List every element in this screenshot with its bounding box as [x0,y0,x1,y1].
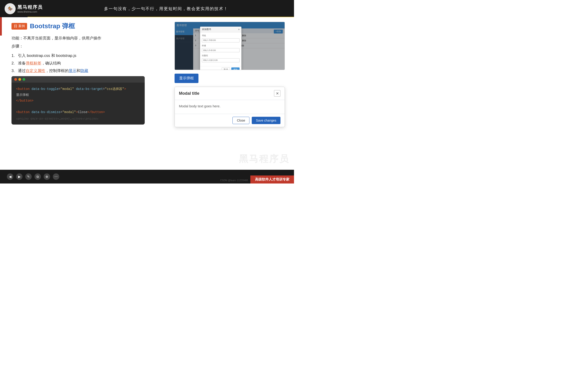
section-title: Bootstrap 弹框 [30,22,75,31]
brand-url: www.itheima.com [17,10,43,13]
code-attr-1: data-bs-toggle [32,87,59,91]
bm-modal-footer: 取消 增加 [200,66,242,70]
nav-zoom-button[interactable]: ⊕ [44,173,50,180]
dot-red [14,78,17,81]
header-divider [27,17,294,17]
modal-body-text: Modal body text goes here. [179,104,221,108]
bm-field2-input[interactable] [202,48,240,52]
bm-modal-body: 书名 作者 出版社 [200,32,242,66]
code-line-3: </button> [16,98,140,104]
brand-name: 黑马程序员 [17,4,43,10]
nav-edit-button[interactable]: ✎ [25,173,32,180]
dot-yellow [18,78,21,81]
code-tag-btn2-open: <button [16,110,30,114]
code-line-2: 显示弹框 [16,92,140,98]
modal-close-x-button[interactable]: ✕ [274,90,280,97]
code-text-show: 显示弹框 [16,93,29,97]
bm-form-group-name: 书名 [202,34,240,42]
function-desc: 功能：不离开当前页面，显示单独内容，供用户操作 [11,35,170,41]
step-3-num: 3. [11,69,16,73]
step-1: 1. 引入 bootstrap.css 和 bootstrap.js [11,53,170,58]
header-slogan: 多一句没有，少一句不行，用更短时间，教会更实用的技术！ [43,6,289,11]
show-modal-button[interactable]: 显示弹框 [174,74,199,83]
step-3-text: 通过自定义属性，控制弹框的显示和隐藏 [18,68,88,73]
code-attr-dismiss: data-bs-dismiss [32,110,61,114]
step-3-highlight2: 显示 [69,69,77,73]
right-panel: 图书管理 图书管理 用户管理 +添加 序号 书名 作者 出版社 [174,22,285,165]
modal-demo-title: Modal title [179,91,199,96]
step-3: 3. 通过自定义属性，控制弹框的显示和隐藏 [11,68,170,73]
section-title-row: 目 案例 Bootstrap 弹框 [11,22,170,31]
header: 🏇 黑马程序员 www.itheima.com 多一句没有，少一句不行，用更短时… [0,0,294,17]
code-tag-button-open: <button [16,87,30,91]
step-3-highlight3: 隐藏 [80,69,88,73]
book-mgmt-inner: 图书管理 图书管理 用户管理 +添加 序号 书名 作者 出版社 [175,22,285,70]
bm-field3-input[interactable] [202,58,240,62]
code-block: <button data-bs-toggle="modal" data-bs-t… [11,76,145,125]
step-2-text: 准备弹框标签，确认结构 [18,60,61,66]
code-body: <button data-bs-toggle="modal" data-bs-t… [11,83,145,125]
modal-demo-body: Modal body text goes here. [175,100,285,114]
logo-text: 黑马程序员 www.itheima.com [17,4,43,13]
step-2-highlight: 弹框标签 [26,61,41,65]
code-attr-2: data-bs-target [76,87,103,91]
bm-modal-close-x[interactable]: × [238,28,240,31]
bm-cancel-button[interactable]: 取消 [222,67,230,70]
code-tag-btn2-mid: > [76,110,78,114]
bm-modal-title: 添加图书 [202,28,211,31]
bm-field1-input[interactable] [202,38,240,42]
main-content: 目 案例 Bootstrap 弹框 功能：不离开当前页面，显示单独内容，供用户操… [0,17,294,170]
nav-next-button[interactable]: ▶ [16,173,23,180]
code-line-1: <button data-bs-toggle="modal" data-bs-t… [16,86,140,92]
code-tag-btn2-close: </button> [87,110,105,114]
step-2-num: 2. [11,61,16,66]
csdn-watermark: CSDN @learn 11233466 [220,179,248,182]
modal-save-button[interactable]: Save changes [252,117,280,124]
red-sidebar-accent [0,17,2,35]
code-tag-close: > [124,87,126,91]
description-block: 功能：不离开当前页面，显示单独内容，供用户操作 步骤： [11,35,170,49]
bm-modal-header: 添加图书 × [200,27,242,32]
left-panel: 目 案例 Bootstrap 弹框 功能：不离开当前页面，显示单独内容，供用户操… [9,22,170,165]
code-tag-button-close: </button> [16,99,34,102]
badge-icon: 目 [14,24,17,29]
code-val-dismiss: "modal" [62,110,76,114]
nav-copy-button[interactable]: ⧉ [35,173,41,180]
bm-form-group-publisher: 出版社 [202,54,240,62]
bm-form-group-author: 作者 [202,44,240,52]
book-mgmt-screenshot: 图书管理 图书管理 用户管理 +添加 序号 书名 作者 出版社 [174,22,285,70]
nav-prev-button[interactable]: ◀ [7,173,13,180]
bottom-bar: ◀ ▶ ✎ ⧉ ⊕ ⋯ CSDN @learn 11233466 高级软件人才培… [0,170,294,184]
code-titlebar [11,76,145,83]
code-val-1: "modal" [61,87,74,91]
modal-demo: Modal title ✕ Modal body text goes here.… [174,87,285,127]
bm-modal-dialog: 添加图书 × 书名 作者 出版社 [200,27,242,70]
code-line-5: <button data-bs-dismiss="modal">Close</b… [16,109,140,115]
bottom-badge: 高级软件人才培训专家 [250,175,294,184]
code-line-4 [16,104,140,109]
code-close-text: Close [78,110,87,114]
dot-green [23,78,25,81]
nav-more-button[interactable]: ⋯ [53,173,59,180]
logo-icon: 🏇 [5,3,16,14]
step-1-num: 1. [11,53,16,58]
modal-demo-header: Modal title ✕ [175,87,285,100]
section-badge: 目 案例 [11,23,27,30]
badge-label: 案例 [18,24,25,28]
step-2: 2. 准备弹框标签，确认结构 [11,60,170,66]
modal-demo-footer: Close Save changes [175,114,285,127]
steps-label: 步骤： [11,43,170,49]
logo-area: 🏇 黑马程序员 www.itheima.com [5,3,43,14]
steps-block: 1. 引入 bootstrap.css 和 bootstrap.js 2. 准备… [11,53,170,73]
code-reflection: <button data-bs-dismiss="modal">Close</b… [16,116,140,121]
step-3-highlight1: 自定义属性 [26,69,45,73]
code-val-2: "css选择器" [105,87,124,91]
bm-field1-label: 书名 [202,34,240,37]
bm-field2-label: 作者 [202,44,240,47]
bm-confirm-button[interactable]: 增加 [231,67,240,70]
bm-field3-label: 出版社 [202,54,240,57]
step-1-text: 引入 bootstrap.css 和 bootstrap.js [18,53,76,58]
modal-close-button[interactable]: Close [233,117,250,124]
